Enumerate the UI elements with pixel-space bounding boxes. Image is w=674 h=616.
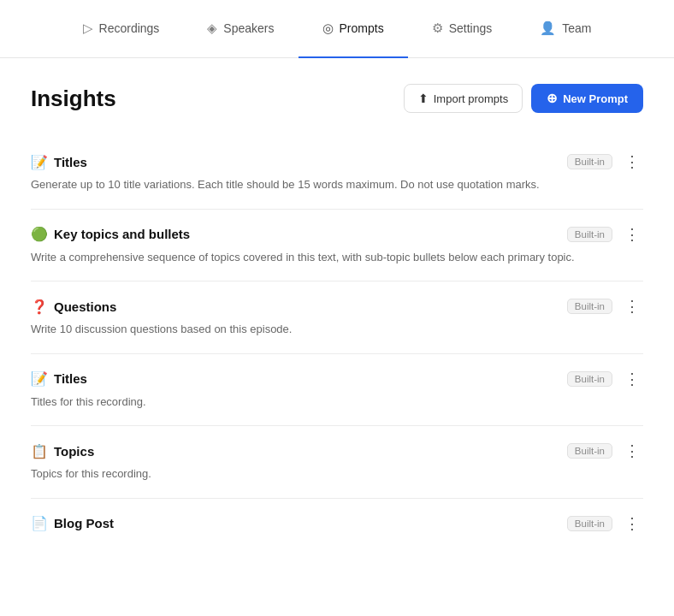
dots-menu-blog-post[interactable]: ⋮ — [621, 514, 643, 533]
badge-builtin-titles-2: Built-in — [567, 371, 612, 387]
prompt-desc-questions: Write 10 discussion questions based on t… — [31, 321, 578, 338]
dots-menu-topics[interactable]: ⋮ — [621, 441, 643, 460]
prompt-name-topics: Topics — [54, 444, 94, 459]
prompt-header-titles-1: 📝TitlesBuilt-in⋮ — [31, 152, 643, 171]
nav-label-recordings: Recordings — [99, 21, 160, 35]
nav-item-prompts[interactable]: ◎Prompts — [299, 0, 408, 58]
new-prompt-label: New Prompt — [563, 92, 628, 105]
prompt-emoji-key-topics: 🟢 — [31, 226, 48, 242]
prompt-actions-topics: Built-in⋮ — [567, 441, 643, 460]
prompt-header-topics: 📋TopicsBuilt-in⋮ — [31, 441, 643, 460]
prompt-actions-titles-2: Built-in⋮ — [567, 370, 643, 388]
prompt-desc-topics: Topics for this recording. — [31, 465, 578, 483]
nav-item-speakers[interactable]: ◈Speakers — [183, 0, 298, 58]
plus-icon: ⊕ — [547, 91, 558, 106]
prompt-emoji-questions: ❓ — [31, 299, 48, 315]
nav-label-team: Team — [562, 21, 591, 35]
badge-builtin-key-topics: Built-in — [567, 227, 612, 242]
page-title: Insights — [31, 86, 116, 112]
prompt-title-row-titles-1: 📝Titles — [31, 154, 87, 170]
prompt-title-row-titles-2: 📝Titles — [31, 370, 87, 387]
prompt-actions-key-topics: Built-in⋮ — [567, 225, 643, 244]
prompt-name-titles-2: Titles — [54, 371, 87, 386]
badge-builtin-blog-post: Built-in — [567, 516, 612, 531]
dots-menu-key-topics[interactable]: ⋮ — [621, 225, 643, 244]
prompt-name-blog-post: Blog Post — [54, 516, 114, 530]
main-content: Insights ⬆ Import prompts ⊕ New Prompt 📝… — [0, 58, 674, 616]
prompt-item-questions: ❓QuestionsBuilt-in⋮Write 10 discussion q… — [31, 281, 643, 354]
badge-builtin-questions: Built-in — [567, 299, 612, 314]
prompt-title-row-blog-post: 📄Blog Post — [31, 515, 114, 531]
team-nav-icon: 👤 — [540, 21, 556, 36]
nav-label-prompts: Prompts — [340, 21, 384, 35]
recordings-nav-icon: ▷ — [83, 21, 93, 36]
badge-builtin-titles-1: Built-in — [567, 154, 612, 169]
dots-menu-titles-2[interactable]: ⋮ — [621, 370, 643, 388]
prompt-name-titles-1: Titles — [54, 155, 87, 169]
nav-item-settings[interactable]: ⚙Settings — [408, 0, 517, 58]
prompt-desc-titles-2: Titles for this recording. — [31, 394, 578, 411]
import-prompts-button[interactable]: ⬆ Import prompts — [404, 84, 523, 113]
prompt-actions-questions: Built-in⋮ — [567, 297, 643, 316]
prompt-item-topics: 📋TopicsBuilt-in⋮Topics for this recordin… — [31, 426, 643, 499]
nav-item-team[interactable]: 👤Team — [516, 0, 615, 58]
prompt-desc-titles-1: Generate up to 10 title variations. Each… — [31, 176, 578, 193]
prompt-item-blog-post: 📄Blog PostBuilt-in⋮ — [31, 499, 643, 554]
badge-builtin-topics: Built-in — [567, 443, 612, 459]
prompt-title-row-topics: 📋Topics — [31, 443, 94, 459]
prompt-desc-key-topics: Write a comprehensive sequence of topics… — [31, 249, 578, 266]
prompt-title-row-questions: ❓Questions — [31, 299, 116, 315]
settings-nav-icon: ⚙ — [432, 21, 443, 36]
prompt-header-questions: ❓QuestionsBuilt-in⋮ — [31, 297, 643, 316]
import-icon: ⬆ — [418, 92, 429, 105]
prompt-header-key-topics: 🟢Key topics and bulletsBuilt-in⋮ — [31, 225, 643, 244]
new-prompt-button[interactable]: ⊕ New Prompt — [531, 84, 643, 113]
import-label: Import prompts — [434, 92, 508, 105]
nav-label-settings: Settings — [449, 21, 493, 35]
navigation: ▷Recordings◈Speakers◎Prompts⚙Settings👤Te… — [0, 0, 674, 58]
prompt-name-key-topics: Key topics and bullets — [54, 227, 190, 241]
prompt-emoji-titles-2: 📝 — [31, 370, 48, 387]
prompt-emoji-topics: 📋 — [31, 443, 48, 459]
speakers-nav-icon: ◈ — [207, 21, 217, 36]
nav-item-recordings[interactable]: ▷Recordings — [59, 0, 184, 58]
prompt-actions-titles-1: Built-in⋮ — [567, 152, 643, 171]
dots-menu-titles-1[interactable]: ⋮ — [621, 152, 643, 171]
prompt-list: 📝TitlesBuilt-in⋮Generate up to 10 title … — [31, 137, 643, 554]
prompts-nav-icon: ◎ — [322, 21, 334, 36]
prompt-actions-blog-post: Built-in⋮ — [567, 514, 643, 533]
prompt-item-titles-2: 📝TitlesBuilt-in⋮Titles for this recordin… — [31, 354, 643, 427]
prompt-emoji-titles-1: 📝 — [31, 154, 48, 170]
prompt-title-row-key-topics: 🟢Key topics and bullets — [31, 226, 190, 242]
nav-label-speakers: Speakers — [223, 21, 274, 35]
prompt-item-key-topics: 🟢Key topics and bulletsBuilt-in⋮Write a … — [31, 210, 643, 282]
header-actions: ⬆ Import prompts ⊕ New Prompt — [404, 84, 643, 113]
page-header: Insights ⬆ Import prompts ⊕ New Prompt — [31, 84, 643, 113]
prompt-header-titles-2: 📝TitlesBuilt-in⋮ — [31, 370, 643, 388]
prompt-emoji-blog-post: 📄 — [31, 515, 48, 531]
prompt-header-blog-post: 📄Blog PostBuilt-in⋮ — [31, 514, 643, 533]
prompt-name-questions: Questions — [54, 299, 116, 314]
prompt-item-titles-1: 📝TitlesBuilt-in⋮Generate up to 10 title … — [31, 137, 643, 210]
dots-menu-questions[interactable]: ⋮ — [621, 297, 643, 316]
